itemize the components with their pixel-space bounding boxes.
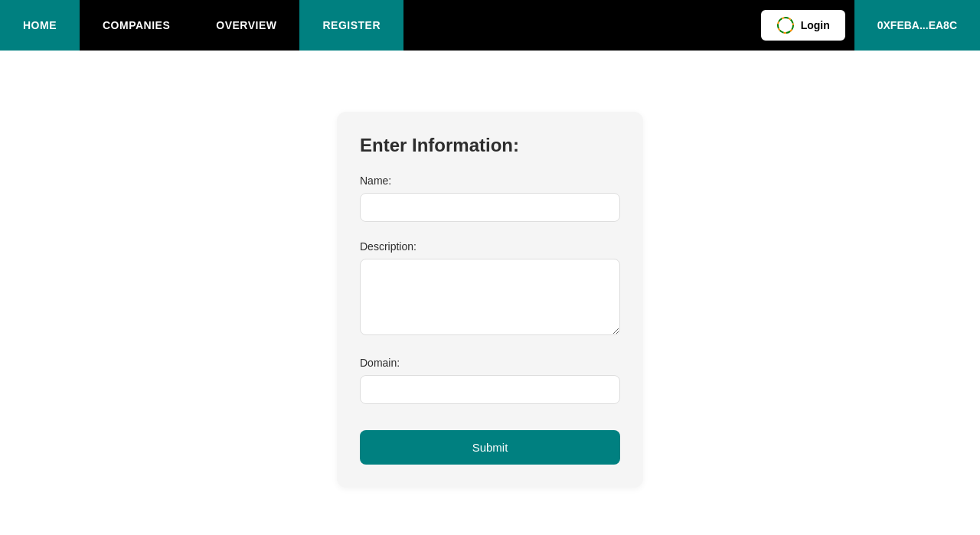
name-label: Name:: [360, 175, 620, 187]
description-label: Description:: [360, 240, 620, 253]
login-button[interactable]: Login: [760, 8, 847, 42]
name-input[interactable]: [360, 193, 620, 222]
description-field-group: Description:: [360, 240, 620, 338]
name-field-group: Name:: [360, 175, 620, 222]
domain-field-group: Domain:: [360, 357, 620, 404]
domain-input[interactable]: [360, 375, 620, 404]
nav-home[interactable]: HOME: [0, 0, 80, 51]
login-icon: [776, 16, 795, 34]
main-content: Enter Information: Name: Description: Do…: [0, 51, 980, 535]
form-title: Enter Information:: [360, 135, 620, 156]
nav-companies[interactable]: COMPANIES: [80, 0, 193, 51]
nav-overview[interactable]: OVERVIEW: [193, 0, 299, 51]
login-label: Login: [801, 19, 830, 31]
description-input[interactable]: [360, 259, 620, 335]
domain-label: Domain:: [360, 357, 620, 369]
register-form-card: Enter Information: Name: Description: Do…: [337, 112, 643, 488]
navbar: HOME COMPANIES OVERVIEW REGISTER Login 0…: [0, 0, 980, 51]
submit-button[interactable]: Submit: [360, 430, 620, 465]
nav-register[interactable]: REGISTER: [299, 0, 403, 51]
wallet-address: 0XFEBA...EA8C: [854, 0, 980, 51]
